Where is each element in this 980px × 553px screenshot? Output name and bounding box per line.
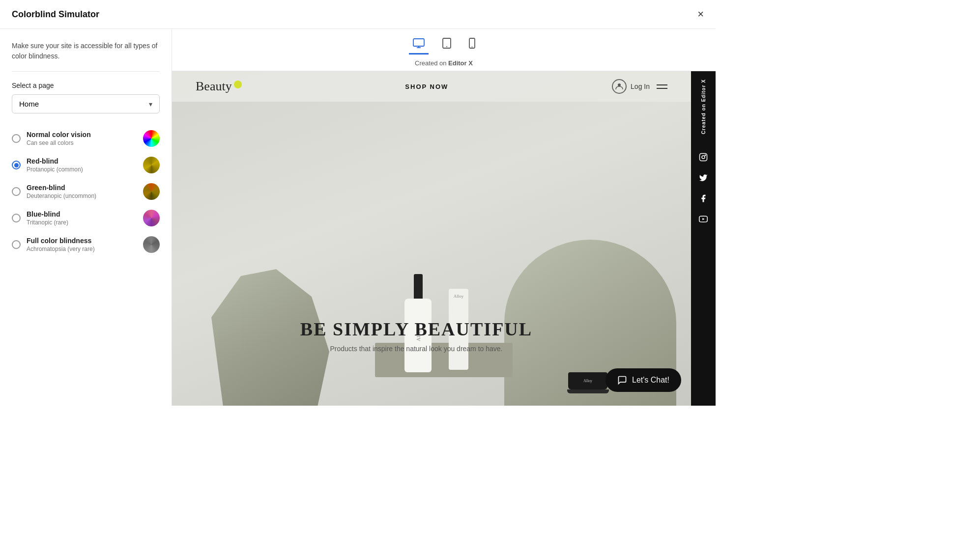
color-wheel-green-blind: [143, 183, 160, 200]
user-avatar-icon: [612, 79, 627, 94]
vision-text-red-blind: Red-blind Protanopic (common): [27, 157, 137, 173]
product-jar: Alloy: [568, 372, 607, 392]
right-panel: Created on Editor X Alloy: [172, 29, 716, 406]
color-wheel-red-blind: [143, 157, 160, 173]
left-panel: Make sure your site is accessible for al…: [0, 29, 172, 406]
vision-option-full-blind[interactable]: Full color blindness Achromatopsia (very…: [12, 231, 160, 258]
twitter-icon[interactable]: [699, 173, 708, 184]
radio-blue-blind[interactable]: [12, 214, 21, 222]
vision-text-green-blind: Green-blind Deuteranopic (uncommon): [27, 184, 137, 199]
desktop-device-button[interactable]: [409, 36, 429, 55]
vision-title-blue-blind: Blue-blind: [27, 210, 137, 218]
app-title: Colorblind Simulator: [12, 9, 99, 20]
mobile-device-button[interactable]: [465, 36, 479, 55]
hamburger-line-2: [657, 88, 667, 89]
device-icons-group: [409, 36, 479, 55]
vision-options-list: Normal color vision Can see all colors R…: [12, 125, 160, 258]
color-wheel-normal: [143, 130, 160, 147]
vision-title-red-blind: Red-blind: [27, 157, 137, 165]
vision-text-normal: Normal color vision Can see all colors: [27, 131, 137, 146]
vision-subtitle-red-blind: Protanopic (common): [27, 166, 137, 173]
nav-shop-now: SHOP NOW: [405, 83, 448, 90]
radio-red-blind[interactable]: [12, 161, 21, 169]
radio-green-blind[interactable]: [12, 187, 21, 196]
vision-subtitle-normal: Can see all colors: [27, 139, 137, 146]
brand-dot: [234, 81, 242, 88]
preview-navbar: Beauty SHOP NOW Log In: [172, 71, 691, 102]
hamburger-menu[interactable]: [657, 84, 667, 89]
dropdown-selected-value: Home: [19, 100, 39, 108]
page-dropdown-wrapper[interactable]: Home ▾: [12, 94, 160, 113]
chat-label: Let's Chat!: [632, 376, 669, 385]
created-on-text: Created on: [415, 59, 448, 67]
svg-point-9: [702, 156, 705, 159]
person-icon: [615, 83, 623, 90]
hero-text-block: BE SIMPLY BEAUTIFUL Products that inspir…: [279, 318, 554, 353]
vision-title-full-blind: Full color blindness: [27, 237, 137, 245]
tablet-icon: [442, 38, 451, 49]
vision-text-blue-blind: Blue-blind Tritanopic (rare): [27, 210, 137, 226]
svg-point-4: [446, 46, 447, 47]
svg-point-6: [471, 47, 472, 48]
login-text: Log In: [631, 83, 650, 90]
radio-full-blind[interactable]: [12, 240, 21, 249]
editor-x-side-label: Created on Editor X: [701, 79, 706, 134]
facebook-icon[interactable]: [699, 194, 708, 205]
main-layout: Make sure your site is accessible for al…: [0, 29, 716, 406]
vision-subtitle-green-blind: Deuteranopic (uncommon): [27, 193, 137, 199]
editor-x-brand: Editor X: [448, 59, 473, 67]
nav-right-group: Log In: [612, 79, 667, 94]
vision-subtitle-full-blind: Achromatopsia (very rare): [27, 246, 137, 252]
hero-title: BE SIMPLY BEAUTIFUL: [279, 318, 554, 340]
radio-normal[interactable]: [12, 134, 21, 143]
svg-point-7: [618, 83, 621, 86]
vision-subtitle-blue-blind: Tritanopic (rare): [27, 219, 137, 226]
editor-x-side-panel: Created on Editor X: [691, 71, 716, 406]
svg-point-10: [705, 155, 706, 156]
vision-text-full-blind: Full color blindness Achromatopsia (very…: [27, 237, 137, 252]
vision-option-blue-blind[interactable]: Blue-blind Tritanopic (rare): [12, 205, 160, 231]
vision-option-normal[interactable]: Normal color vision Can see all colors: [12, 125, 160, 152]
youtube-icon[interactable]: [699, 215, 708, 225]
instagram-icon[interactable]: [699, 153, 708, 164]
hamburger-line-1: [657, 84, 667, 85]
chat-button[interactable]: Let's Chat!: [605, 368, 681, 392]
chat-icon: [617, 375, 627, 385]
brand-name: Beauty: [196, 79, 232, 94]
login-group[interactable]: Log In: [612, 79, 650, 94]
app-header: Colorblind Simulator ×: [0, 0, 716, 29]
select-page-label: Select a page: [12, 82, 160, 89]
svg-rect-8: [700, 154, 707, 161]
radio-inner-red-blind: [14, 163, 19, 167]
svg-rect-0: [413, 39, 424, 46]
panel-description: Make sure your site is accessible for al…: [12, 41, 160, 72]
tablet-device-button[interactable]: [438, 36, 455, 55]
color-wheel-full-blind: [143, 236, 160, 253]
vision-option-red-blind[interactable]: Red-blind Protanopic (common): [12, 152, 160, 178]
mobile-icon: [469, 38, 475, 49]
preview-area: Alloy Alloy Alloy: [172, 71, 716, 406]
hero-subtitle: Products that inspire the natural look y…: [279, 345, 554, 353]
close-button[interactable]: ×: [697, 8, 704, 21]
chevron-down-icon: ▾: [149, 100, 152, 108]
vision-option-green-blind[interactable]: Green-blind Deuteranopic (uncommon): [12, 178, 160, 205]
created-on-label: Created on Editor X: [415, 59, 473, 67]
vision-title-green-blind: Green-blind: [27, 184, 137, 192]
svg-marker-11: [702, 218, 704, 221]
brand-logo: Beauty: [196, 79, 242, 94]
device-bar: Created on Editor X: [172, 29, 716, 71]
page-dropdown[interactable]: Home ▾: [12, 94, 160, 113]
website-preview: Alloy Alloy Alloy: [172, 71, 716, 406]
vision-title-normal: Normal color vision: [27, 131, 137, 138]
color-wheel-blue-blind: [143, 210, 160, 226]
desktop-icon: [413, 38, 425, 48]
